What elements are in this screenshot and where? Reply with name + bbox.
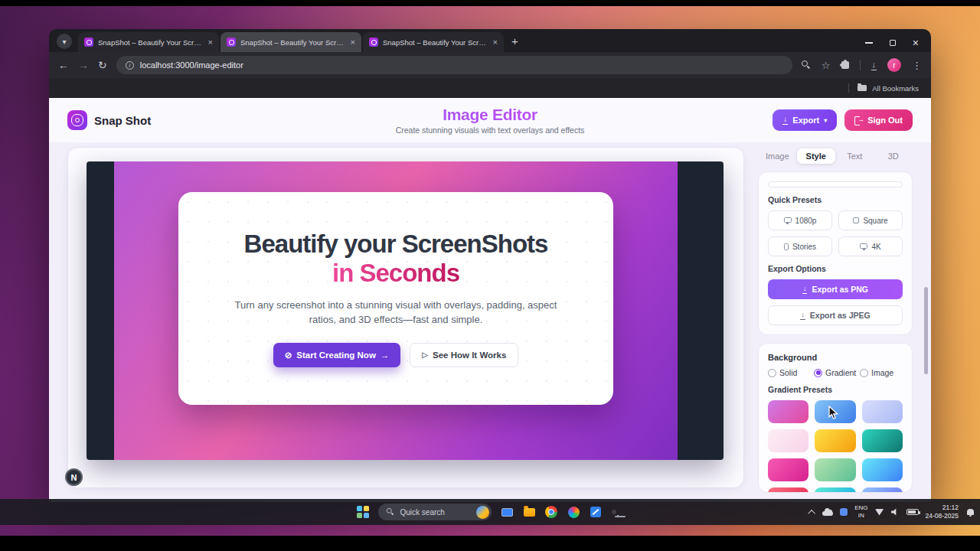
export-jpeg-button[interactable]: ↓ Export as JPEG: [768, 305, 903, 325]
download-icon: ↓: [782, 116, 788, 125]
tray-app-icon[interactable]: [840, 508, 848, 516]
brand: Snap Shot: [67, 110, 265, 130]
preset-stories-button[interactable]: Stories: [768, 236, 832, 256]
start-creating-button[interactable]: ⊘ Start Creating Now →: [273, 343, 401, 367]
search-icon[interactable]: [802, 60, 811, 70]
forward-icon[interactable]: →: [78, 59, 89, 71]
monitor-icon: [501, 508, 513, 517]
taskbar-app-chrome-active[interactable]: [612, 510, 616, 514]
browser-menu-icon[interactable]: ⋮: [912, 60, 922, 71]
page-scrollbar[interactable]: [924, 287, 928, 374]
bookmark-star-icon[interactable]: ☆: [822, 60, 831, 71]
tab-close-icon[interactable]: ×: [208, 38, 213, 47]
reload-icon[interactable]: ↻: [98, 59, 107, 71]
tab-text[interactable]: Text: [835, 148, 874, 164]
new-tab-button[interactable]: +: [511, 34, 518, 47]
browser-toolbar: ← → ↻ i localhost:3000/image-editor ☆ ↓ …: [49, 52, 931, 78]
bg-option-gradient[interactable]: Gradient: [814, 368, 857, 377]
vscode-icon: [590, 507, 601, 517]
hero-description: Turn any screenshot into a stunning visu…: [230, 298, 562, 328]
taskbar-app-pc[interactable]: [501, 506, 514, 519]
export-button[interactable]: ↓ Export ▾: [773, 109, 837, 131]
download-icon: ↓: [802, 285, 808, 294]
radio-selected-icon: [814, 369, 822, 377]
clock[interactable]: 21:12 24-08-2025: [926, 504, 959, 520]
back-icon[interactable]: ←: [58, 59, 69, 71]
windows-taskbar: Quick search ENG IN 21:12 24-08-2025: [0, 499, 980, 525]
profile-avatar[interactable]: r: [887, 58, 901, 72]
browser-tab-3[interactable]: SnapShot – Beautify Your Screenshot ×: [363, 32, 504, 52]
tab-close-icon[interactable]: ×: [351, 38, 355, 47]
notifications-bell-icon[interactable]: [967, 509, 974, 515]
gradient-swatch-7[interactable]: [768, 458, 808, 481]
chevron-down-icon: ▾: [824, 117, 827, 124]
panel-tabs: Image Style Text 3D: [758, 147, 913, 165]
preset-4k-button[interactable]: 4K: [838, 236, 903, 256]
gradient-swatch-3[interactable]: [862, 400, 903, 423]
preset-1080p-button[interactable]: 1080p: [768, 210, 832, 230]
folder-icon: [858, 85, 867, 91]
gradient-swatch-8[interactable]: [815, 458, 855, 481]
gradient-swatch-10[interactable]: [768, 487, 808, 493]
preset-square-button[interactable]: Square: [838, 210, 903, 230]
cta-primary-label: Start Creating Now: [296, 350, 376, 360]
arrow-right-icon: →: [381, 350, 390, 360]
preset-label: Stories: [792, 243, 816, 251]
search-label: Quick search: [400, 508, 471, 517]
battery-icon[interactable]: [906, 509, 919, 515]
all-bookmarks-label[interactable]: All Bookmarks: [872, 84, 919, 93]
tab-title: SnapShot – Beautify Your Screenshot: [383, 38, 488, 47]
browser-tab-2-active[interactable]: SnapShot – Beautify Your Screenshot ×: [220, 32, 361, 52]
gradient-swatch-1[interactable]: [768, 400, 808, 423]
see-how-it-works-button[interactable]: ▷ See How It Works: [410, 343, 518, 367]
screenshot-preview[interactable]: Beautify your ScreenShots in Seconds Tur…: [87, 161, 724, 460]
site-info-icon[interactable]: i: [126, 61, 134, 70]
taskbar-app-file-explorer[interactable]: [523, 506, 536, 519]
onedrive-cloud-icon[interactable]: [822, 511, 833, 516]
downloads-icon[interactable]: ↓: [871, 60, 877, 70]
preset-label: 1080p: [795, 217, 817, 225]
gradient-swatch-11[interactable]: [815, 487, 855, 493]
hero-card: Beautify your ScreenShots in Seconds Tur…: [178, 192, 613, 405]
address-bar[interactable]: i localhost:3000/image-editor: [116, 56, 792, 74]
radio-label: Gradient: [825, 368, 856, 377]
extensions-icon[interactable]: [841, 61, 849, 69]
taskbar-app-chrome[interactable]: [545, 506, 558, 519]
gradient-swatch-6[interactable]: [862, 429, 903, 452]
gradient-swatch-9[interactable]: [862, 458, 903, 481]
taskbar-app-vscode[interactable]: [590, 506, 603, 519]
gradient-swatch-12[interactable]: [862, 487, 903, 493]
radio-label: Solid: [779, 368, 797, 377]
gradient-swatch-5[interactable]: [815, 429, 855, 452]
wifi-icon[interactable]: [875, 509, 884, 516]
language-code: ENG: [854, 504, 867, 512]
volume-icon[interactable]: [891, 508, 900, 516]
minimize-icon[interactable]: [865, 42, 873, 44]
preset-label: Square: [863, 217, 887, 225]
export-png-button[interactable]: ↓ Export as PNG: [768, 279, 903, 299]
photos-icon: [568, 507, 580, 518]
language-indicator[interactable]: ENG IN: [854, 504, 867, 520]
preview-gradient-background: Beautify your ScreenShots in Seconds Tur…: [114, 161, 678, 460]
maximize-icon[interactable]: [890, 40, 896, 46]
taskbar-search[interactable]: Quick search: [378, 504, 492, 520]
browser-tab-1[interactable]: SnapShot – Beautify Your Screenshot ×: [78, 32, 219, 52]
tab-image[interactable]: Image: [758, 148, 797, 164]
letterbox-bottom: [0, 536, 980, 551]
watermark-badge: N: [65, 468, 83, 486]
tab-3d[interactable]: 3D: [874, 148, 913, 164]
gradient-swatch-4[interactable]: [768, 429, 808, 452]
bg-option-solid[interactable]: Solid: [768, 368, 811, 377]
tab-title: SnapShot – Beautify Your Screenshot: [98, 38, 204, 47]
desktop-wallpaper: ▾ SnapShot – Beautify Your Screenshot × …: [0, 6, 980, 536]
side-panel: Image Style Text 3D Quick Presets 1080p: [758, 147, 913, 493]
tab-style[interactable]: Style: [797, 148, 836, 164]
sign-out-button[interactable]: Sign Out: [844, 109, 913, 131]
bg-option-image[interactable]: Image: [860, 368, 903, 377]
tray-chevron-up-icon[interactable]: [808, 509, 815, 517]
tab-close-icon[interactable]: ×: [493, 38, 498, 47]
taskbar-app-photos[interactable]: [567, 506, 580, 519]
widgets-icon[interactable]: [357, 506, 369, 518]
tab-search-button[interactable]: ▾: [57, 34, 72, 49]
close-window-icon[interactable]: ×: [913, 40, 919, 46]
